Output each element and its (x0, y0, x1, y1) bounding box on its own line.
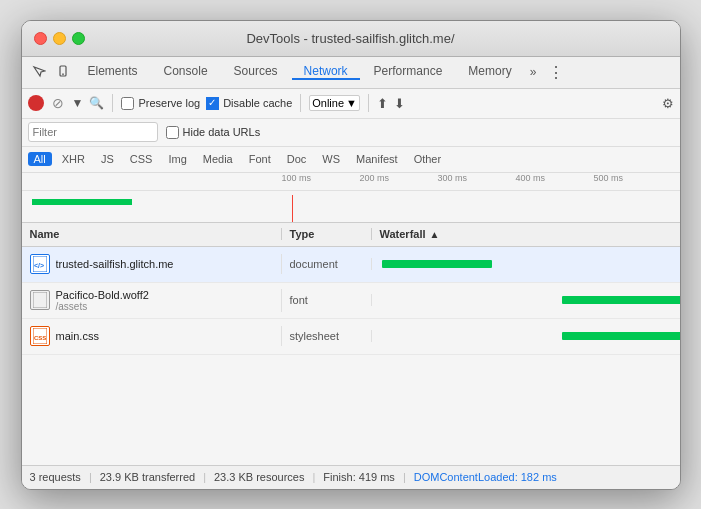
filter-other[interactable]: Other (408, 152, 448, 166)
row-type-cell: document (282, 258, 372, 270)
css-file-icon: CSS (30, 326, 50, 346)
network-toolbar: ⊘ ▼ 🔍 Preserve log Disable cache Online … (22, 89, 680, 119)
filter-js[interactable]: JS (95, 152, 120, 166)
waterfall-bar (562, 332, 680, 340)
filter-manifest[interactable]: Manifest (350, 152, 404, 166)
tick-100: 100 ms (282, 173, 360, 183)
waterfall-bar (562, 296, 680, 304)
filter-font[interactable]: Font (243, 152, 277, 166)
devtools-toolbar: Elements Console Sources Network Perform… (22, 57, 680, 89)
row-filename: main.css (56, 330, 99, 342)
col-header-type: Type (282, 228, 372, 240)
domcontent-loaded[interactable]: DOMContentLoaded: 182 ms (414, 471, 557, 483)
filter-img[interactable]: Img (162, 152, 192, 166)
col-header-name: Name (22, 228, 282, 240)
traffic-lights (34, 32, 85, 45)
export-har-button[interactable]: ⬇ (394, 96, 405, 111)
disable-cache-checkbox[interactable] (206, 97, 219, 110)
more-tabs-button[interactable]: » (526, 65, 541, 79)
row-filename: trusted-sailfish.glitch.me (56, 258, 174, 270)
finish-time: Finish: 419 ms (323, 471, 395, 483)
preview-bar-document (32, 199, 132, 205)
record-button[interactable] (28, 95, 44, 111)
tick-200: 200 ms (360, 173, 438, 183)
tick-300: 300 ms (438, 173, 516, 183)
divider (112, 94, 113, 112)
row-type-cell: font (282, 294, 372, 306)
row-waterfall-cell (372, 247, 680, 283)
transferred-size: 23.9 KB transferred (100, 471, 195, 483)
filter-all[interactable]: All (28, 152, 52, 166)
kebab-menu-button[interactable]: ⋮ (544, 63, 568, 82)
table-row[interactable]: </> trusted-sailfish.glitch.me document (22, 247, 680, 283)
close-button[interactable] (34, 32, 47, 45)
requests-count: 3 requests (30, 471, 81, 483)
preview-redline (292, 195, 294, 223)
row-file-sub: /assets (56, 301, 149, 312)
hide-data-urls-label[interactable]: Hide data URLs (166, 126, 261, 139)
disable-cache-label[interactable]: Disable cache (206, 97, 292, 110)
table-header: Name Type Waterfall ▲ (22, 223, 680, 247)
preserve-log-label[interactable]: Preserve log (121, 97, 200, 110)
window-title: DevTools - trusted-sailfish.glitch.me/ (246, 31, 454, 46)
waterfall-preview (22, 191, 680, 223)
tab-performance[interactable]: Performance (362, 64, 455, 80)
type-filter-bar: All XHR JS CSS Img Media Font Doc WS Man… (22, 147, 680, 173)
filter-xhr[interactable]: XHR (56, 152, 91, 166)
throttle-select[interactable]: Online ▼ (309, 95, 360, 111)
svg-text:</>: </> (34, 262, 44, 269)
svg-rect-4 (33, 292, 47, 308)
font-file-icon (30, 290, 50, 310)
table-row[interactable]: Pacifico-Bold.woff2 /assets font (22, 283, 680, 319)
tick-400: 400 ms (516, 173, 594, 183)
network-settings-icon[interactable]: ⚙ (662, 96, 674, 111)
filter-bar: Hide data URLs (22, 119, 680, 147)
filter-ws[interactable]: WS (316, 152, 346, 166)
row-type-cell: stylesheet (282, 330, 372, 342)
divider2 (300, 94, 301, 112)
mobile-icon[interactable] (52, 61, 74, 83)
maximize-button[interactable] (72, 32, 85, 45)
search-icon[interactable]: 🔍 (89, 96, 104, 110)
table-body: </> trusted-sailfish.glitch.me document … (22, 247, 680, 465)
tab-memory[interactable]: Memory (456, 64, 523, 80)
waterfall-bar (382, 260, 492, 268)
filter-media[interactable]: Media (197, 152, 239, 166)
filter-icon[interactable]: ▼ (72, 96, 84, 110)
hide-data-urls-checkbox[interactable] (166, 126, 179, 139)
waterfall-header-area: 100 ms 200 ms 300 ms 400 ms 500 ms (22, 173, 680, 223)
stop-button[interactable]: ⊘ (50, 95, 66, 111)
row-waterfall-cell (372, 318, 680, 354)
titlebar: DevTools - trusted-sailfish.glitch.me/ (22, 21, 680, 57)
waterfall-ruler: 100 ms 200 ms 300 ms 400 ms 500 ms (22, 173, 680, 191)
row-filename: Pacifico-Bold.woff2 (56, 289, 149, 301)
svg-text:CSS: CSS (34, 335, 46, 341)
preserve-log-checkbox[interactable] (121, 97, 134, 110)
divider3 (368, 94, 369, 112)
tab-elements[interactable]: Elements (76, 64, 150, 80)
filter-input[interactable] (28, 122, 158, 142)
import-har-button[interactable]: ⬆ (377, 96, 388, 111)
filter-css[interactable]: CSS (124, 152, 159, 166)
tab-sources[interactable]: Sources (222, 64, 290, 80)
cursor-icon[interactable] (28, 61, 50, 83)
resources-size: 23.3 KB resources (214, 471, 305, 483)
filter-doc[interactable]: Doc (281, 152, 313, 166)
row-waterfall-cell (372, 282, 680, 318)
tab-console[interactable]: Console (152, 64, 220, 80)
table-row[interactable]: CSS main.css stylesheet (22, 319, 680, 355)
tab-network[interactable]: Network (292, 64, 360, 80)
col-header-waterfall: Waterfall ▲ (372, 228, 680, 240)
status-bar: 3 requests | 23.9 KB transferred | 23.3 … (22, 465, 680, 489)
minimize-button[interactable] (53, 32, 66, 45)
row-name-cell: CSS main.css (22, 326, 282, 346)
html-file-icon: </> (30, 254, 50, 274)
devtools-window: DevTools - trusted-sailfish.glitch.me/ E… (21, 20, 681, 490)
tick-500: 500 ms (594, 173, 672, 183)
row-name-cell: </> trusted-sailfish.glitch.me (22, 254, 282, 274)
row-name-cell: Pacifico-Bold.woff2 /assets (22, 289, 282, 312)
sort-arrow-icon: ▲ (430, 229, 440, 240)
